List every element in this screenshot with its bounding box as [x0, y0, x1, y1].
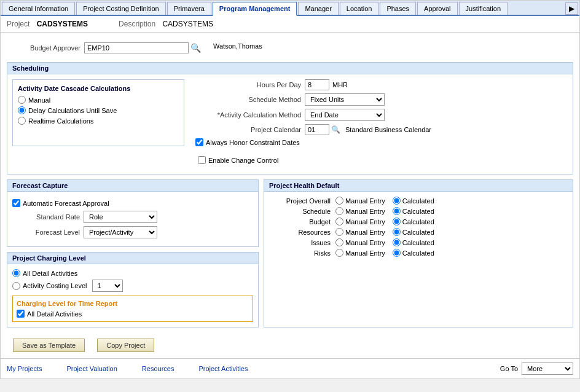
- cascade-label-realtime: Realtime Calculations: [28, 117, 93, 125]
- project-health-default-section: Project Health Default Project Overall M…: [264, 179, 573, 327]
- enable-change-control-checkbox[interactable]: [198, 156, 206, 164]
- health-text-schedule-calc: Calculated: [402, 208, 434, 215]
- health-row-budget: Budget Manual Entry Calculated: [269, 218, 568, 225]
- health-radio-resources-calc[interactable]: [393, 228, 401, 236]
- project-label: Project: [7, 20, 29, 28]
- scheduling-title: Scheduling: [7, 63, 573, 74]
- project-calendar-label: Project Calendar: [190, 126, 301, 133]
- budget-approver-name: Watson,Thomas: [207, 40, 268, 52]
- time-report-all-detail-checkbox[interactable]: [17, 310, 25, 318]
- auto-forecast-label: Automatic Forecast Approval: [23, 200, 109, 207]
- tab-phases[interactable]: Phases: [380, 2, 416, 15]
- forecast-capture-body: Automatic Forecast Approval Standard Rat…: [7, 192, 258, 246]
- tab-manager[interactable]: Manager: [298, 2, 338, 15]
- footer-link-project-valuation[interactable]: Project Valuation: [66, 365, 117, 372]
- footer-link-project-activities[interactable]: Project Activities: [198, 365, 248, 372]
- project-calendar-input[interactable]: [305, 124, 329, 135]
- cascade-label-manual: Manual: [28, 96, 50, 104]
- health-text-resources-manual: Manual Entry: [345, 229, 385, 236]
- health-text-project-overall-manual: Manual Entry: [345, 197, 385, 205]
- health-radio-schedule-manual[interactable]: [335, 207, 343, 215]
- health-option-schedule-manual: Manual Entry: [335, 207, 385, 215]
- health-text-issues-manual: Manual Entry: [345, 239, 385, 246]
- health-radio-issues-manual[interactable]: [335, 238, 343, 246]
- always-honor-checkbox[interactable]: [195, 138, 203, 146]
- activity-calc-method-select[interactable]: End Date Start Date: [305, 109, 385, 121]
- health-radio-schedule-calc[interactable]: [393, 207, 401, 215]
- health-label-issues: Issues: [269, 239, 331, 246]
- health-radio-budget-manual[interactable]: [335, 218, 343, 225]
- tab-location[interactable]: Location: [340, 2, 379, 15]
- schedule-method-row: Schedule Method Fixed Units Fixed Durati…: [190, 93, 568, 106]
- health-option-risks-manual: Manual Entry: [335, 249, 385, 257]
- cascade-option-manual: Manual: [18, 96, 179, 104]
- enable-change-control-label: Enable Change Control: [208, 157, 278, 164]
- lower-sections: Forecast Capture Automatic Forecast Appr…: [7, 179, 573, 327]
- hours-per-day-label: Hours Per Day: [190, 81, 301, 88]
- footer-link-my-projects[interactable]: My Projects: [7, 365, 42, 372]
- cascade-title: Activity Date Cascade Calculations: [18, 85, 179, 92]
- all-detail-activities-radio[interactable]: [12, 269, 20, 277]
- activity-costing-level-radio[interactable]: [12, 282, 20, 290]
- health-option-resources-manual: Manual Entry: [335, 228, 385, 236]
- forecast-level-row: Forecast Level Project/Activity Activity…: [12, 226, 253, 238]
- cascade-radio-delay[interactable]: [18, 106, 26, 114]
- project-charging-level-body: All Detail Activities Activity Costing L…: [7, 264, 258, 327]
- health-label-risks: Risks: [269, 249, 331, 257]
- health-radio-resources-manual[interactable]: [335, 228, 343, 236]
- auto-forecast-checkbox[interactable]: [12, 199, 20, 207]
- forecast-capture-section: Forecast Capture Automatic Forecast Appr…: [7, 179, 259, 247]
- hours-per-day-input[interactable]: [305, 79, 329, 90]
- schedule-method-label: Schedule Method: [190, 96, 301, 103]
- cascade-radio-manual[interactable]: [18, 96, 26, 104]
- all-detail-activities-label: All Detail Activities: [23, 270, 77, 277]
- footer-link-resources[interactable]: Resources: [142, 365, 174, 372]
- description-value: CADSYSTEMS: [162, 20, 213, 28]
- tab-scroll-right[interactable]: ▶: [565, 2, 578, 15]
- health-radio-project-overall-calc[interactable]: [393, 197, 401, 205]
- tab-program-management[interactable]: Program Management: [213, 2, 297, 16]
- standard-rate-row: Standard Rate Role Employee Job Code: [12, 211, 253, 223]
- health-option-risks-calc: Calculated: [393, 249, 434, 257]
- tab-general-information[interactable]: General Information: [2, 2, 75, 15]
- project-calendar-name: Standard Business Calendar: [345, 126, 431, 133]
- cascade-option-delay: Delay Calculations Until Save: [18, 106, 179, 114]
- health-radio-issues-calc[interactable]: [393, 238, 401, 246]
- health-label-resources: Resources: [269, 229, 331, 236]
- tab-justification[interactable]: Justification: [459, 2, 508, 15]
- health-text-issues-calc: Calculated: [402, 239, 434, 246]
- health-row-resources: Resources Manual Entry Calculated: [269, 228, 568, 236]
- budget-approver-search-icon[interactable]: 🔍: [190, 43, 201, 53]
- health-radio-project-overall-manual[interactable]: [335, 197, 343, 205]
- health-text-budget-calc: Calculated: [402, 218, 434, 225]
- health-option-budget-manual: Manual Entry: [335, 218, 385, 225]
- health-radio-budget-calc[interactable]: [393, 218, 401, 225]
- schedule-method-select[interactable]: Fixed Units Fixed Duration Fixed Work: [305, 93, 385, 106]
- copy-project-button[interactable]: Copy Project: [97, 339, 154, 352]
- time-report-title: Charging Level for Time Report: [17, 300, 249, 307]
- forecast-level-select[interactable]: Project/Activity Activity Project: [84, 226, 157, 238]
- health-radio-risks-manual[interactable]: [335, 249, 343, 257]
- health-label-budget: Budget: [269, 218, 331, 225]
- hours-per-day-unit: MHR: [332, 81, 348, 88]
- goto-select[interactable]: More Home Dashboard: [522, 363, 573, 375]
- cascade-radio-realtime[interactable]: [18, 117, 26, 125]
- cascade-radio-group: Manual Delay Calculations Until Save Rea…: [18, 96, 179, 125]
- tab-approval[interactable]: Approval: [417, 2, 457, 15]
- always-honor-row: Always Honor Constraint Dates: [195, 138, 568, 146]
- project-info-row: Project CADSYSTEMS Description CADSYSTEM…: [1, 16, 579, 33]
- save-as-template-button[interactable]: Save as Template: [13, 339, 85, 352]
- budget-approver-input[interactable]: [84, 42, 189, 53]
- time-report-all-detail-row: All Detail Activities: [17, 310, 249, 318]
- goto-section: Go To More Home Dashboard: [500, 363, 573, 375]
- standard-rate-select[interactable]: Role Employee Job Code: [84, 211, 157, 223]
- tab-project-costing-definition[interactable]: Project Costing Definition: [76, 2, 166, 15]
- health-text-schedule-manual: Manual Entry: [345, 208, 385, 215]
- project-calendar-search-icon[interactable]: 🔍: [331, 125, 340, 134]
- health-row-schedule: Schedule Manual Entry Calculated: [269, 207, 568, 215]
- health-text-resources-calc: Calculated: [402, 229, 434, 236]
- tab-primavera[interactable]: Primavera: [167, 2, 211, 15]
- health-radio-risks-calc[interactable]: [393, 249, 401, 257]
- always-honor-label: Always Honor Constraint Dates: [206, 139, 300, 146]
- activity-costing-level-select[interactable]: 123: [92, 280, 123, 292]
